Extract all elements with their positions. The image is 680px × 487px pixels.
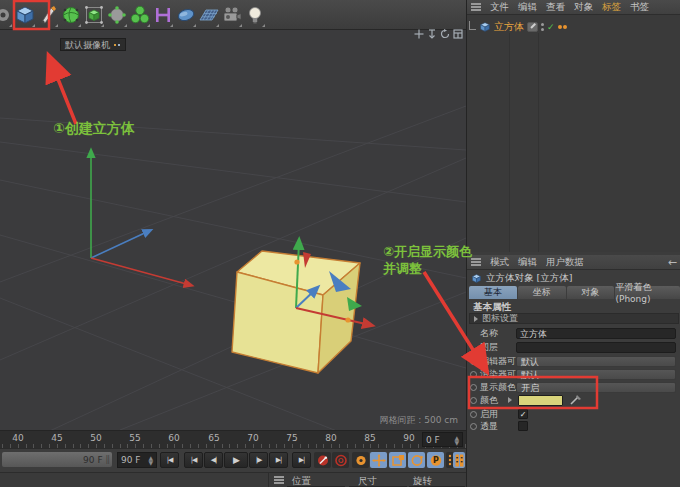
subdivision-surface-icon[interactable] (59, 2, 82, 28)
generator-cube-icon[interactable] (82, 2, 105, 28)
floor-disc-icon[interactable] (174, 2, 197, 28)
animation-toolbar: 90 F || 90 F ▲▼ |◀ |◀ ◀| ▶ |▶ ▶| ▶| (0, 448, 466, 472)
enabled-check-icon[interactable]: ✓ (547, 22, 555, 32)
deformer-sphere-icon[interactable] (105, 2, 128, 28)
spinner-arrows-icon[interactable]: ▲▼ (454, 435, 459, 445)
keyframe-ring-icon[interactable] (470, 423, 477, 430)
edit-tag-icon[interactable] (527, 22, 538, 32)
tab-object[interactable]: 对象 (567, 286, 615, 299)
current-frame-field[interactable]: 0 F ▲▼ (422, 432, 463, 447)
main-toolbar (0, 0, 466, 30)
record-position-button[interactable] (370, 452, 387, 468)
renderer-visible-dropdown[interactable]: 默认 (516, 369, 676, 380)
annotation-step2-line2: 并调整 (383, 260, 422, 278)
visibility-dots-icon[interactable] (541, 23, 544, 31)
end-frame-field[interactable]: 90 F ▲▼ (117, 452, 157, 468)
menu-userdata[interactable]: 用户数据 (546, 256, 584, 269)
attr-row-renderer-visible: 渲染器可见 默认 (467, 368, 680, 380)
tick-label: 70 (246, 433, 260, 443)
play-button[interactable]: ▶ (224, 452, 248, 468)
prev-key-button[interactable]: |◀ (184, 452, 203, 468)
tab-phong[interactable]: 平滑着色(Phong) (615, 286, 680, 299)
object-manager[interactable]: 立方体 ✓ (467, 15, 680, 252)
object-row-cube[interactable]: 立方体 ✓ (469, 20, 567, 34)
dolly-icon[interactable] (427, 28, 437, 39)
keyframe-ring-icon[interactable] (470, 411, 477, 418)
object-manager-menubar: 文件 编辑 查看 对象 标签 书签 (467, 0, 680, 15)
preview-range-slider[interactable]: 90 F || (2, 452, 112, 467)
menu-mode[interactable]: 模式 (490, 256, 509, 269)
cube-object-icon (471, 273, 482, 284)
attr-label: 图层 (480, 341, 498, 354)
tree-branch-icon (469, 21, 476, 30)
pen-spline-icon[interactable] (36, 2, 59, 28)
color-swatch[interactable] (518, 395, 563, 406)
tab-coordinates[interactable]: 坐标 (518, 286, 566, 299)
cube-primitive-icon[interactable] (13, 2, 36, 28)
layer-input[interactable] (516, 342, 676, 353)
keyframe-ring-icon[interactable] (470, 384, 477, 391)
menu-objects[interactable]: 对象 (574, 1, 593, 14)
timeline-ruler[interactable]: 40 45 50 55 60 65 70 75 80 85 90 0 F ▲▼ (0, 430, 466, 448)
prev-frame-button[interactable]: ◀| (204, 452, 223, 468)
record-scale-button[interactable] (389, 452, 406, 468)
rotate-view-icon[interactable] (440, 28, 450, 39)
om-column-divider (509, 33, 510, 252)
jump-end-button[interactable]: ▶| (292, 452, 311, 468)
display-color-dropdown[interactable]: 开启 (516, 382, 676, 393)
tick-label: 90 (402, 433, 416, 443)
toggle-views-icon[interactable] (453, 28, 463, 39)
mograph-cloner-icon[interactable] (128, 2, 151, 28)
menu-edit[interactable]: 编辑 (518, 256, 537, 269)
keyframe-ring-icon[interactable] (470, 371, 477, 378)
coordinate-manager: 位置 尺寸 旋转 (268, 473, 466, 487)
keyframe-selection-button[interactable] (352, 452, 369, 468)
enabled-checkbox[interactable]: ✓ (518, 409, 528, 419)
object-name[interactable]: 立方体 (494, 20, 524, 34)
tab-basic[interactable]: 基本 (469, 286, 517, 299)
phong-tag-icon[interactable] (558, 25, 567, 29)
expand-arrow-icon[interactable] (508, 397, 512, 403)
hamburger-menu-icon[interactable] (471, 3, 481, 11)
history-back-icon[interactable]: ← (668, 256, 677, 269)
range-grip[interactable]: || (106, 455, 109, 464)
camera-icon[interactable] (220, 2, 243, 28)
record-rotation-button[interactable] (408, 452, 425, 468)
autokeying-button[interactable] (332, 452, 349, 468)
pan-icon[interactable] (414, 28, 424, 39)
environment-grid-icon[interactable] (197, 2, 220, 28)
hamburger-menu-icon[interactable] (471, 258, 481, 266)
icon-settings-group[interactable]: 图标设置 (469, 313, 679, 324)
menu-bookmarks[interactable]: 书签 (630, 1, 649, 14)
spline-helper-icon[interactable] (151, 2, 174, 28)
camera-hud-icons (113, 42, 121, 48)
xray-checkbox[interactable] (518, 421, 528, 431)
name-input[interactable]: 立方体 (516, 328, 676, 339)
menu-tags[interactable]: 标签 (602, 1, 621, 14)
keyframe-ring-icon[interactable] (470, 397, 477, 404)
viewport-3d[interactable]: 默认摄像机 网格间距 : 500 cm ①创建立方体 ②开启显示颜色 并调整 (0, 30, 466, 430)
record-parameter-button[interactable]: P (427, 452, 444, 468)
editor-visible-dropdown[interactable]: 默认 (516, 356, 676, 367)
attribute-manager-menubar: 模式 编辑 用户数据 ← (467, 255, 680, 270)
spinner-arrows-icon[interactable]: ▲▼ (148, 455, 153, 465)
film-strip-button[interactable] (453, 452, 465, 468)
camera-hud-label: 默认摄像机 (65, 39, 110, 51)
menu-view[interactable]: 查看 (546, 1, 565, 14)
gear-icon[interactable] (0, 2, 13, 28)
keyframe-ring-icon[interactable] (470, 358, 477, 365)
eyedropper-icon[interactable] (569, 394, 582, 408)
hamburger-menu-icon[interactable] (274, 476, 284, 484)
collapse-arrow-icon (474, 316, 478, 322)
menu-edit[interactable]: 编辑 (518, 1, 537, 14)
next-frame-button[interactable]: |▶ (249, 452, 268, 468)
tick-label: 75 (285, 433, 299, 443)
menu-file[interactable]: 文件 (490, 1, 509, 14)
om-column-divider (538, 33, 539, 252)
cube-object (232, 251, 360, 373)
jump-start-button[interactable]: |◀ (160, 452, 179, 468)
camera-hud[interactable]: 默认摄像机 (60, 38, 126, 51)
light-icon[interactable] (243, 2, 266, 28)
record-active-objects-button[interactable] (314, 452, 331, 468)
next-key-button[interactable]: ▶| (269, 452, 288, 468)
